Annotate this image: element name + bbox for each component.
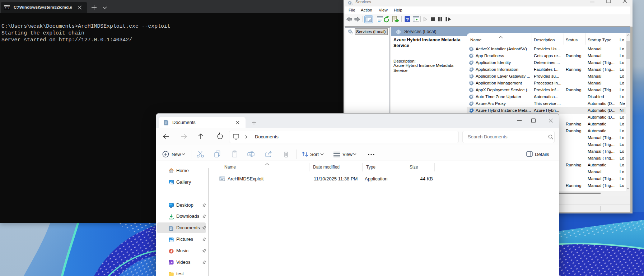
svg-text:?: ? — [406, 17, 409, 22]
svg-text:C:\: C:\ — [5, 7, 9, 10]
